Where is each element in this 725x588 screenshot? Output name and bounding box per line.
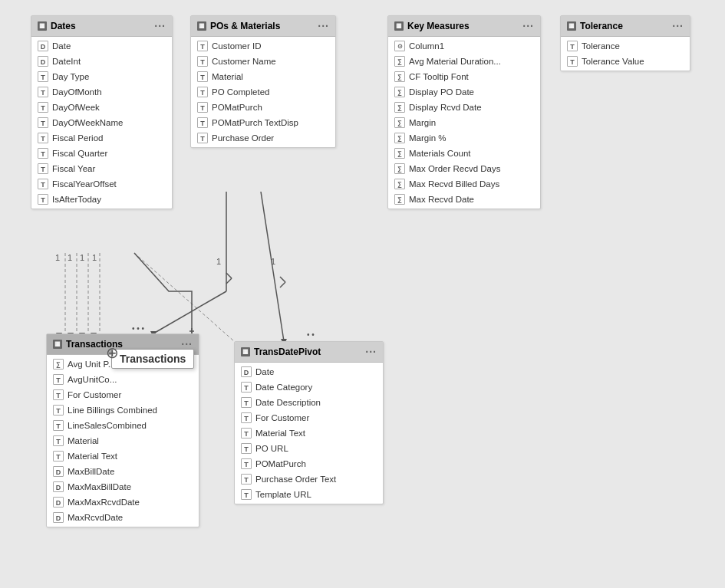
field-name: MaxMaxRcvdDate <box>68 498 140 507</box>
table-row[interactable]: TMaterial <box>191 69 335 84</box>
trans-date-pivot-header[interactable]: ▦ TransDatePivot ··· <box>235 342 383 363</box>
table-row[interactable]: TPurchase Order Text <box>235 471 383 487</box>
table-row[interactable]: ∑Max Recvd Billed Days <box>388 176 540 192</box>
table-row[interactable]: DDateInt <box>31 54 172 69</box>
svg-line-12 <box>280 282 285 287</box>
dates-table-menu[interactable]: ··· <box>154 20 166 32</box>
field-name: IsAfterToday <box>52 195 101 204</box>
field-type-icon: T <box>38 117 48 128</box>
table-row[interactable]: TTolerance Value <box>561 54 690 69</box>
table-row[interactable]: DDate <box>235 364 383 379</box>
pos-table-menu[interactable]: ··· <box>318 20 329 32</box>
table-row[interactable]: TPOMatPurch <box>191 100 335 115</box>
table-row[interactable]: TIsAfterToday <box>31 192 172 207</box>
key-measures-header[interactable]: ▦ Key Measures ··· <box>388 16 540 37</box>
key-measures-menu[interactable]: ··· <box>522 20 534 32</box>
svg-line-9 <box>226 273 232 278</box>
tolerance-table: ▦ Tolerance ··· TTolerance TTolerance Va… <box>560 15 690 71</box>
field-name: Customer Name <box>212 57 276 66</box>
table-row[interactable]: TPOMatPurch <box>235 456 383 471</box>
field-name: Materials Count <box>409 149 471 158</box>
field-type-icon: ∑ <box>394 56 405 67</box>
svg-text:• •: • • <box>307 330 315 339</box>
field-name: FiscalYearOffset <box>52 179 117 189</box>
table-row[interactable]: TFiscal Quarter <box>31 146 172 161</box>
table-row[interactable]: ∑Materials Count <box>388 146 540 161</box>
transactions-body: ∑Avg Unit P... TAvgUnitCo... TFor Custom… <box>47 355 199 527</box>
table-row[interactable]: ∑Margin <box>388 115 540 130</box>
table-row[interactable]: DMaxMaxRcvdDate <box>47 494 199 510</box>
table-row[interactable]: TDayOfMonth <box>31 84 172 100</box>
table-row[interactable]: TMaterial Text <box>47 448 199 464</box>
field-name: DayOfWeekName <box>52 118 123 127</box>
table-row[interactable]: DDate <box>31 38 172 54</box>
field-name: Tolerance Value <box>582 57 644 66</box>
table-row[interactable]: ∑CF Tooltip Font <box>388 69 540 84</box>
field-name: DayOfMonth <box>52 87 102 97</box>
table-row[interactable]: TTolerance <box>561 38 690 54</box>
table-row[interactable]: TFiscalYearOffset <box>31 176 172 192</box>
table-row[interactable]: TMaterial <box>47 433 199 448</box>
table-row[interactable]: TPO Completed <box>191 84 335 100</box>
field-type-icon: ∑ <box>394 71 405 82</box>
table-row[interactable]: DMaxMaxBillDate <box>47 479 199 494</box>
table-row[interactable]: TFiscal Year <box>31 161 172 176</box>
table-row[interactable]: TPurchase Order <box>191 130 335 146</box>
table-row[interactable]: TCustomer Name <box>191 54 335 69</box>
table-row[interactable]: ∑Display Rcvd Date <box>388 100 540 115</box>
tolerance-menu[interactable]: ··· <box>672 20 684 32</box>
table-row[interactable]: TDayOfWeek <box>31 100 172 115</box>
pos-table-body: TCustomer ID TCustomer Name TMaterial TP… <box>191 37 335 147</box>
table-row[interactable]: TDate Description <box>235 395 383 410</box>
field-name: Date <box>52 41 71 51</box>
field-name: Purchase Order Text <box>255 475 336 484</box>
field-type-icon: ∑ <box>394 179 405 189</box>
table-row[interactable]: TCustomer ID <box>191 38 335 54</box>
pos-materials-header[interactable]: ▦ POs & Materials ··· <box>191 16 335 37</box>
table-row[interactable]: DMaxBillDate <box>47 464 199 479</box>
table-row[interactable]: TMaterial Text <box>235 425 383 441</box>
tdp-menu[interactable]: ··· <box>365 346 377 358</box>
table-row[interactable]: TFiscal Period <box>31 130 172 146</box>
table-row[interactable]: ∑Max Order Recvd Days <box>388 161 540 176</box>
table-row[interactable]: TTemplate URL <box>235 487 383 502</box>
move-cursor-icon: ⊕ <box>106 343 119 362</box>
svg-text:1: 1 <box>271 257 275 266</box>
field-name: For Customer <box>68 390 121 399</box>
table-row[interactable]: TFor Customer <box>47 387 199 402</box>
diagram-canvas: 1 1 1 1 1 1 • • • • • ▦ Dates ··· DDate <box>0 0 725 588</box>
svg-line-6 <box>153 291 226 333</box>
table-row[interactable]: TLine Billings Combined <box>47 402 199 418</box>
tolerance-header[interactable]: ▦ Tolerance ··· <box>561 16 690 37</box>
field-name: Customer ID <box>212 41 262 51</box>
field-type-icon: T <box>197 71 208 82</box>
table-row[interactable]: TLineSalesCombined <box>47 418 199 433</box>
field-type-icon: ∑ <box>394 102 405 113</box>
dates-table-header[interactable]: ▦ Dates ··· <box>31 16 172 37</box>
table-row[interactable]: DMaxRcvdDate <box>47 510 199 525</box>
table-row[interactable]: TDayOfWeekName <box>31 115 172 130</box>
table-row[interactable]: ∑Display PO Date <box>388 84 540 100</box>
pos-table-title: POs & Materials <box>210 21 280 31</box>
field-type-icon: T <box>241 382 252 393</box>
field-name: POMatPurch TextDisp <box>212 118 298 127</box>
table-row[interactable]: TDay Type <box>31 69 172 84</box>
field-type-icon: ∑ <box>53 359 64 370</box>
drag-tooltip: Transactions <box>111 349 194 369</box>
table-row[interactable]: ∑Avg Material Duration... <box>388 54 540 69</box>
field-name: Max Recvd Date <box>409 195 474 204</box>
table-row[interactable]: ∑Max Recvd Date <box>388 192 540 207</box>
field-type-icon: T <box>38 148 48 159</box>
field-name: Purchase Order <box>212 133 274 143</box>
field-type-icon: T <box>197 41 208 51</box>
table-row[interactable]: TPOMatPurch TextDisp <box>191 115 335 130</box>
table-row[interactable]: TAvgUnitCo... <box>47 372 199 387</box>
field-type-icon: ∑ <box>394 117 405 128</box>
field-name: For Customer <box>255 413 309 422</box>
table-row[interactable]: TPO URL <box>235 441 383 456</box>
table-row[interactable]: ⊙Column1 <box>388 38 540 54</box>
table-row[interactable]: ∑Margin % <box>388 130 540 146</box>
table-row[interactable]: TFor Customer <box>235 410 383 425</box>
table-row[interactable]: TDate Category <box>235 379 383 395</box>
svg-text:1: 1 <box>216 257 221 266</box>
